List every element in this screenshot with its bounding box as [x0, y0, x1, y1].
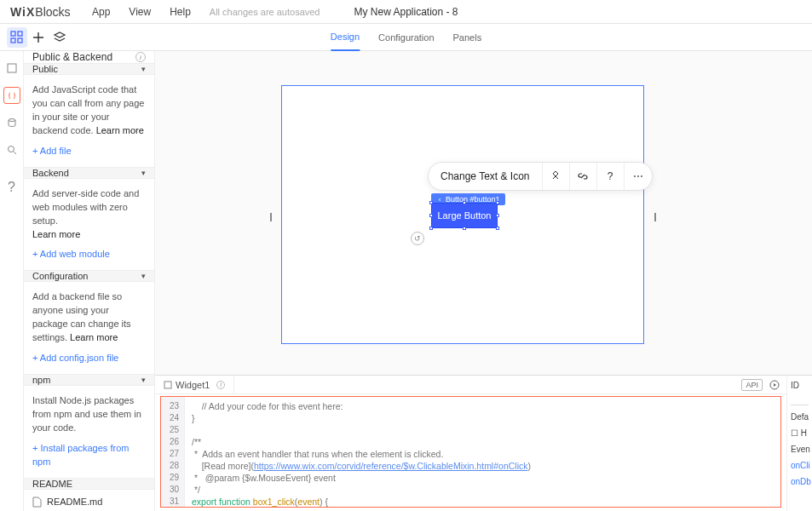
more-icon[interactable]: ⋯: [625, 163, 652, 190]
info-icon[interactable]: i: [135, 52, 146, 62]
section-backend[interactable]: Backend▾: [24, 168, 154, 179]
add-web-module-link[interactable]: + Add web module: [32, 249, 110, 259]
section-readme[interactable]: README: [24, 479, 154, 490]
app-title: My New Application - 8: [354, 6, 458, 18]
event-onclick[interactable]: onCli: [791, 461, 809, 470]
svg-rect-3: [18, 38, 22, 43]
undo-icon[interactable]: ↺: [411, 232, 424, 245]
resize-handle[interactable]: [429, 214, 433, 217]
rail-help-icon[interactable]: ?: [3, 179, 20, 196]
rail-search-icon[interactable]: [3, 141, 20, 158]
chevron-down-icon: ▾: [141, 272, 146, 280]
help-icon[interactable]: ?: [597, 163, 625, 190]
event-ondblclick[interactable]: onDb: [791, 477, 809, 486]
rail-page-icon[interactable]: [3, 60, 20, 77]
file-icon: [32, 497, 42, 508]
chevron-down-icon: ▾: [141, 169, 146, 177]
logo: WiXBlocks: [0, 5, 77, 19]
prop-default-label: Defa: [791, 412, 809, 422]
resize-handle[interactable]: [463, 201, 466, 204]
config-learn-more[interactable]: Learn more: [70, 332, 118, 342]
prop-id-label: ID: [791, 381, 809, 390]
run-icon[interactable]: [769, 380, 780, 390]
prop-events-label: Even: [791, 445, 809, 454]
design-icon[interactable]: [543, 163, 570, 190]
resize-handle[interactable]: [496, 214, 499, 217]
rail-database-icon[interactable]: [3, 114, 20, 131]
section-public[interactable]: Public▾: [24, 64, 154, 75]
backend-learn-more[interactable]: Learn more: [32, 229, 80, 239]
widgets-icon[interactable]: [7, 27, 27, 48]
svg-rect-0: [11, 32, 15, 36]
npm-help: Install Node.js packages from npm and us…: [32, 395, 141, 433]
menu-view[interactable]: View: [129, 6, 151, 18]
tab-configuration[interactable]: Configuration: [378, 24, 434, 51]
code-tab-widget1[interactable]: Widget1 i: [155, 376, 234, 394]
api-button[interactable]: API: [741, 379, 763, 391]
readme-file[interactable]: README.md: [24, 490, 154, 511]
add-file-link[interactable]: + Add file: [32, 146, 72, 156]
svg-rect-7: [164, 382, 171, 388]
svg-rect-4: [8, 64, 16, 72]
install-npm-link[interactable]: + Install packages from npm: [32, 443, 129, 467]
autosave-status: All changes are autosaved: [210, 7, 320, 17]
element-toolbar: Change Text & Icon ? ⋯: [428, 162, 653, 191]
tab-design[interactable]: Design: [331, 24, 360, 51]
tag-close-icon[interactable]: ‹: [436, 196, 443, 203]
menu-app[interactable]: App: [92, 6, 110, 18]
link-icon[interactable]: [570, 163, 597, 190]
tab-panels[interactable]: Panels: [453, 24, 482, 51]
svg-rect-1: [18, 32, 22, 36]
svg-point-5: [9, 119, 15, 122]
section-configuration[interactable]: Configuration▾: [24, 271, 154, 282]
add-config-link[interactable]: + Add config.json file: [32, 353, 118, 363]
sidebar-title: Public & Backend i: [24, 51, 154, 64]
backend-help: Add server-side code and web modules wit…: [32, 188, 139, 226]
resize-handle[interactable]: [429, 201, 433, 204]
menu-help[interactable]: Help: [170, 6, 191, 18]
code-editor[interactable]: 23 24 25 26 27 28 29 30 31 32 33 34 // A…: [160, 396, 781, 508]
svg-point-6: [8, 146, 14, 152]
ruler-left: [270, 213, 272, 221]
resize-handle[interactable]: [429, 227, 433, 230]
resize-handle[interactable]: [496, 201, 499, 204]
hidden-checkbox[interactable]: ☐ H: [791, 428, 809, 438]
chevron-down-icon: ▾: [141, 65, 146, 73]
layers-icon[interactable]: [49, 27, 70, 48]
info-icon[interactable]: i: [216, 381, 225, 389]
resize-handle[interactable]: [463, 227, 466, 230]
change-text-icon-button[interactable]: Change Text & Icon: [429, 163, 543, 190]
widget-icon: [164, 381, 172, 389]
rail-code-icon[interactable]: [3, 87, 20, 104]
line-gutter: 23 24 25 26 27 28 29 30 31 32 33 34: [161, 397, 185, 507]
large-button-element[interactable]: Large Button: [431, 203, 498, 228]
resize-handle[interactable]: [496, 227, 499, 230]
add-icon[interactable]: [28, 27, 49, 48]
public-learn-more[interactable]: Learn more: [96, 125, 144, 135]
chevron-down-icon: ▾: [141, 376, 146, 384]
ruler-right: [654, 213, 656, 221]
svg-rect-2: [11, 38, 15, 43]
section-npm[interactable]: npm▾: [24, 375, 154, 386]
properties-panel: ID Defa ☐ H Even onCli onDb: [786, 376, 812, 511]
